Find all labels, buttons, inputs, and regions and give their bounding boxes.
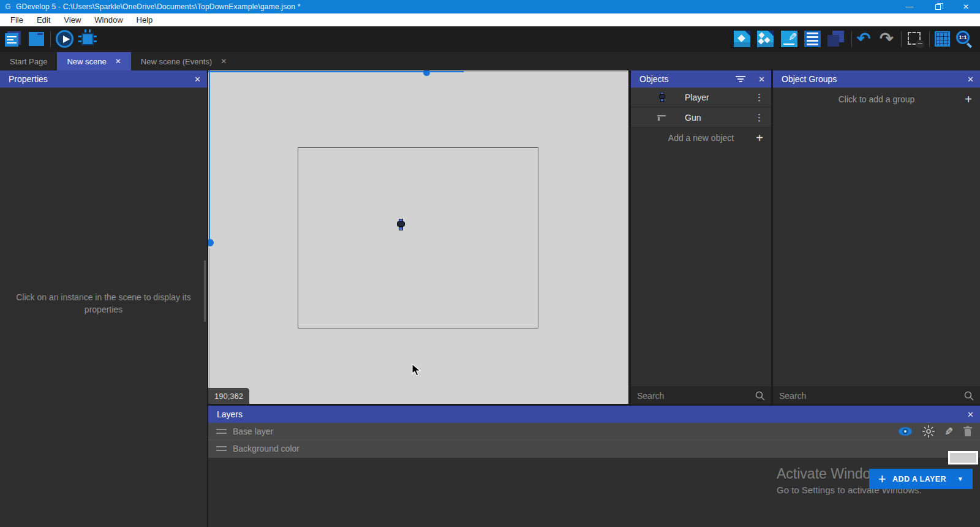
play-preview-icon[interactable]	[56, 31, 73, 48]
layers-panel-title: Layers	[217, 409, 243, 419]
events-sheet-icon[interactable]	[804, 31, 821, 48]
tab-bar: Start Page New scene ✕ New scene (Events…	[0, 52, 980, 70]
object-row-gun[interactable]: Gun ⋮	[631, 108, 771, 127]
canvas-hscroll-line-rest	[464, 71, 628, 72]
grid-icon[interactable]	[934, 31, 951, 48]
search-icon	[755, 391, 765, 401]
window-controls: — ✕	[895, 0, 980, 13]
layer-row-base[interactable]: Base layer	[208, 423, 980, 440]
canvas-vscroll-handle[interactable]	[208, 239, 214, 246]
deselect-all-icon[interactable]	[907, 31, 924, 48]
restore-button[interactable]	[924, 0, 952, 13]
filter-icon[interactable]	[736, 76, 745, 83]
tab-label: New scene (Events)	[141, 57, 212, 66]
objects-panel: Objects ✕ Player ⋮ Gun ⋮ Add a new objec…	[631, 70, 771, 404]
properties-empty-message: Click on an instance in the scene to dis…	[12, 291, 195, 316]
menu-file[interactable]: File	[4, 13, 30, 26]
properties-editor-icon[interactable]: ✎	[781, 31, 798, 48]
tab-label: New scene	[67, 57, 106, 66]
gun-thumbnail-icon	[657, 112, 668, 123]
layer-visibility-icon[interactable]	[898, 427, 913, 436]
close-icon[interactable]: ✕	[194, 70, 201, 88]
tab-new-scene[interactable]: New scene ✕	[57, 52, 130, 70]
tab-label: Start Page	[10, 57, 47, 66]
properties-panel: Properties ✕ Click on an instance in the…	[0, 70, 207, 527]
tab-new-scene-events[interactable]: New scene (Events) ✕	[131, 52, 236, 70]
object-menu-icon[interactable]: ⋮	[755, 112, 764, 123]
tab-start-page[interactable]: Start Page	[0, 52, 57, 70]
tab-close-icon[interactable]: ✕	[115, 57, 121, 66]
project-manager-icon[interactable]	[5, 31, 22, 48]
close-icon[interactable]: ✕	[758, 70, 765, 88]
object-menu-icon[interactable]: ⋮	[755, 92, 764, 103]
canvas-vscroll-line-rest	[209, 248, 210, 404]
menu-edit[interactable]: Edit	[30, 13, 57, 26]
groups-search-input[interactable]	[773, 391, 964, 401]
menu-window[interactable]: Window	[88, 13, 129, 26]
layer-effects-icon[interactable]	[922, 425, 935, 438]
layer-name: Background color	[233, 444, 300, 453]
objects-search-input[interactable]	[631, 391, 755, 401]
layer-name: Base layer	[233, 427, 273, 436]
add-group-button[interactable]: Click to add a group +	[773, 90, 980, 108]
redo-icon[interactable]: ↷	[880, 31, 897, 48]
object-groups-editor-icon[interactable]	[757, 31, 774, 48]
close-icon[interactable]: ✕	[967, 70, 974, 88]
tab-close-icon[interactable]: ✕	[221, 57, 227, 66]
object-groups-panel: Object Groups ✕ Click to add a group +	[773, 70, 980, 404]
objects-search-row	[631, 387, 771, 404]
layer-row-background-color[interactable]: Background color	[208, 440, 980, 457]
menu-view[interactable]: View	[57, 13, 88, 26]
objects-panel-header: Objects ✕	[631, 70, 771, 88]
layers-list: Base layer	[208, 423, 980, 458]
object-groups-panel-title: Object Groups	[782, 74, 837, 84]
object-name: Player	[685, 93, 709, 102]
plus-icon: +	[965, 93, 972, 107]
background-color-swatch[interactable]	[948, 451, 978, 464]
add-new-object-label: Add a new object	[668, 133, 734, 143]
title-bar: G GDevelop 5 - C:\Users\Sparkle\OneDrive…	[0, 0, 980, 13]
gdevelop-window: G GDevelop 5 - C:\Users\Sparkle\OneDrive…	[0, 0, 980, 527]
add-new-object-button[interactable]: Add a new object +	[631, 129, 771, 147]
window-title: GDevelop 5 - C:\Users\Sparkle\OneDrive\D…	[16, 2, 301, 11]
drag-handle-icon[interactable]	[216, 429, 227, 434]
objects-panel-title: Objects	[639, 74, 668, 84]
add-layer-button[interactable]: + ADD A LAYER ▼	[869, 469, 973, 489]
object-row-player[interactable]: Player ⋮	[631, 88, 771, 107]
objects-editor-icon[interactable]	[734, 31, 751, 48]
properties-panel-title: Properties	[9, 74, 48, 84]
layer-delete-icon[interactable]	[963, 426, 973, 437]
player-thumbnail-icon	[657, 92, 668, 103]
layers-panel-header: Layers ✕	[208, 406, 980, 423]
undo-icon[interactable]: ↶	[857, 31, 874, 48]
scene-window-bounds	[298, 147, 538, 328]
add-group-label: Click to add a group	[839, 94, 915, 104]
canvas-vscroll-line	[209, 70, 210, 241]
layers-panel: Layers ✕ Base layer	[208, 406, 980, 527]
layers-editor-icon[interactable]	[827, 31, 845, 48]
minimize-button[interactable]: —	[895, 0, 924, 13]
toolbar: ✎ ↶ ↷ 1:1	[0, 26, 980, 52]
menu-bar: File Edit View Window Help	[0, 13, 980, 26]
drag-handle-icon[interactable]	[216, 446, 227, 451]
player-instance[interactable]	[397, 219, 405, 230]
canvas-hscroll-handle[interactable]	[423, 70, 430, 76]
plus-icon: +	[756, 131, 763, 145]
close-button[interactable]: ✕	[952, 0, 980, 13]
app-logo-icon: G	[4, 2, 12, 11]
export-window-icon[interactable]	[28, 31, 45, 48]
cursor-coordinates-badge: 190;362	[208, 388, 249, 404]
properties-scrollbar[interactable]	[204, 260, 206, 322]
chevron-down-icon[interactable]: ▼	[957, 476, 963, 482]
menu-help[interactable]: Help	[130, 13, 160, 26]
properties-panel-header: Properties ✕	[0, 70, 207, 88]
close-icon[interactable]: ✕	[967, 406, 974, 423]
debug-icon[interactable]	[79, 31, 96, 48]
mouse-cursor	[412, 363, 424, 377]
scene-canvas[interactable]: 190;362	[208, 70, 628, 404]
object-name: Gun	[685, 113, 701, 123]
plus-icon: +	[878, 471, 886, 487]
zoom-one-to-one-icon[interactable]: 1:1	[956, 31, 973, 48]
layer-edit-icon[interactable]: ✎	[944, 425, 953, 438]
restore-icon	[935, 4, 941, 10]
